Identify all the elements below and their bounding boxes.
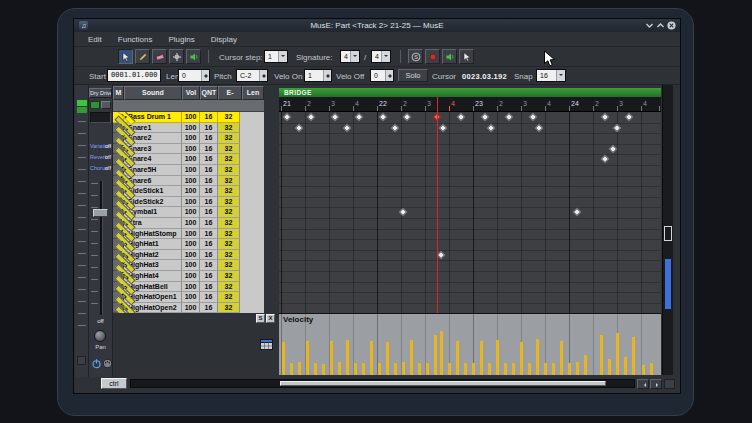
cell-qnt[interactable]: 16 — [200, 144, 218, 155]
drum-row[interactable]: SideStick110016g132 — [113, 186, 264, 197]
drum-row[interactable]: HighHatBell10016e232 — [113, 282, 264, 293]
velocity-bar[interactable] — [394, 363, 397, 375]
velo-on-input[interactable]: 1 — [304, 69, 332, 82]
controller-select-icon[interactable] — [260, 337, 273, 350]
cell-vol[interactable]: 100 — [182, 250, 200, 261]
send-row-reverb[interactable]: Reverboff — [89, 152, 112, 162]
velocity-bar[interactable] — [496, 340, 499, 375]
tool-pointer-button[interactable] — [118, 49, 133, 64]
velocity-bar[interactable] — [378, 363, 381, 375]
cell-vol[interactable]: 100 — [182, 303, 200, 313]
spinner-arrows-icon[interactable] — [385, 70, 393, 81]
velocity-bar[interactable] — [418, 363, 421, 375]
cell-qnt[interactable]: 16 — [200, 260, 218, 271]
velocity-bar[interactable] — [386, 342, 389, 375]
signature-denominator-select[interactable]: 4 — [371, 50, 391, 63]
velocity-bar[interactable] — [322, 364, 325, 375]
cell-vol[interactable]: 100 — [182, 207, 200, 218]
velocity-bar[interactable] — [440, 331, 443, 375]
cell-qnt[interactable]: 16 — [200, 207, 218, 218]
cell-len[interactable]: 32 — [218, 123, 240, 134]
note-diamond[interactable] — [601, 155, 609, 163]
velocity-bar[interactable] — [338, 362, 341, 375]
note-diamond[interactable] — [439, 123, 447, 131]
note-diamond[interactable] — [529, 113, 537, 121]
velocity-bar[interactable] — [346, 340, 349, 375]
note-diamond[interactable] — [535, 123, 543, 131]
cell-vol[interactable]: 100 — [182, 282, 200, 293]
controller-close-button[interactable]: X — [266, 314, 275, 323]
velocity-bar[interactable] — [536, 339, 539, 375]
cell-qnt[interactable]: 16 — [200, 250, 218, 261]
cell-len[interactable]: 32 — [218, 292, 240, 303]
cell-vol[interactable]: 100 — [182, 154, 200, 165]
cell-vol[interactable]: 100 — [182, 218, 200, 229]
velocity-bar[interactable] — [434, 335, 437, 375]
cell-qnt[interactable]: 16 — [200, 165, 218, 176]
start-input[interactable]: 0001.01.000 — [107, 69, 161, 82]
volume-slider-handle[interactable] — [93, 209, 108, 217]
velocity-bar[interactable] — [362, 363, 365, 375]
velocity-bar[interactable] — [616, 333, 619, 375]
note-diamond[interactable] — [379, 113, 387, 121]
horizontal-scroll-handle[interactable] — [280, 381, 606, 386]
controller-s-button[interactable]: S — [256, 314, 265, 323]
note-grid[interactable] — [279, 112, 661, 313]
cell-vol[interactable]: 100 — [182, 239, 200, 250]
timeline-ruler[interactable]: 2123422234232342423425 — [279, 97, 661, 112]
velocity-bar[interactable] — [426, 363, 429, 375]
cell-len[interactable]: 32 — [218, 144, 240, 155]
velocity-bar[interactable] — [600, 335, 603, 375]
column-header-m[interactable]: M — [113, 86, 124, 100]
cell-len[interactable]: 32 — [218, 250, 240, 261]
drum-row[interactable]: HighHatOpen210016f#232 — [113, 303, 264, 313]
velocity-bar[interactable] — [568, 363, 571, 375]
cell-len[interactable]: 32 — [218, 271, 240, 282]
volume-slider-track[interactable] — [100, 181, 103, 315]
spinner-arrows-icon[interactable] — [259, 70, 267, 81]
note-diamond[interactable] — [487, 123, 495, 131]
drum-row[interactable]: Snare410016e132 — [113, 154, 264, 165]
note-diamond[interactable] — [505, 113, 513, 121]
cell-qnt[interactable]: 16 — [200, 229, 218, 240]
monitor-button[interactable] — [101, 101, 111, 109]
cell-qnt[interactable]: 16 — [200, 112, 218, 123]
menu-item-plugins[interactable]: Plugins — [160, 32, 202, 46]
velocity-bar[interactable] — [544, 363, 547, 375]
cell-vol[interactable]: 100 — [182, 229, 200, 240]
velocity-bar[interactable] — [298, 362, 301, 375]
cell-qnt[interactable]: 16 — [200, 186, 218, 197]
maximize-icon[interactable] — [655, 20, 666, 31]
drum-row[interactable]: HighHat310016d232 — [113, 260, 264, 271]
velocity-bar[interactable] — [456, 341, 459, 375]
menu-item-edit[interactable]: Edit — [80, 32, 110, 46]
cell-vol[interactable]: 100 — [182, 176, 200, 187]
io-button[interactable] — [77, 356, 86, 365]
note-diamond[interactable] — [343, 123, 351, 131]
note-diamond[interactable] — [613, 123, 621, 131]
cell-vol[interactable]: 100 — [182, 165, 200, 176]
scroll-left-icon[interactable] — [637, 379, 649, 389]
velocity-bar[interactable] — [576, 362, 579, 375]
velocity-bar[interactable] — [608, 359, 611, 375]
column-header-e-note[interactable]: E-Note — [218, 86, 242, 100]
velocity-bar[interactable] — [314, 363, 317, 375]
drum-row[interactable]: Bass Drum 110016c132 — [113, 112, 264, 123]
cell-len[interactable]: 32 — [218, 197, 240, 208]
close-icon[interactable] — [666, 20, 677, 31]
tool-speaker-button[interactable] — [186, 49, 201, 64]
shade-icon[interactable] — [644, 20, 655, 31]
velocity-bar[interactable] — [290, 363, 293, 375]
ctrl-button[interactable]: ctrl — [101, 378, 127, 389]
velocity-bar[interactable] — [402, 362, 405, 375]
cell-vol[interactable]: 100 — [182, 133, 200, 144]
pan-knob[interactable] — [94, 330, 106, 342]
cell-len[interactable]: 32 — [218, 133, 240, 144]
note-diamond[interactable] — [331, 113, 339, 121]
drum-row[interactable]: Snare610016f#132 — [113, 176, 264, 187]
velocity-bar[interactable] — [642, 365, 645, 375]
cell-qnt[interactable]: 16 — [200, 123, 218, 134]
mode-speaker-button[interactable] — [442, 49, 457, 64]
menu-item-display[interactable]: Display — [203, 32, 245, 46]
velocity-bar[interactable] — [488, 363, 491, 375]
